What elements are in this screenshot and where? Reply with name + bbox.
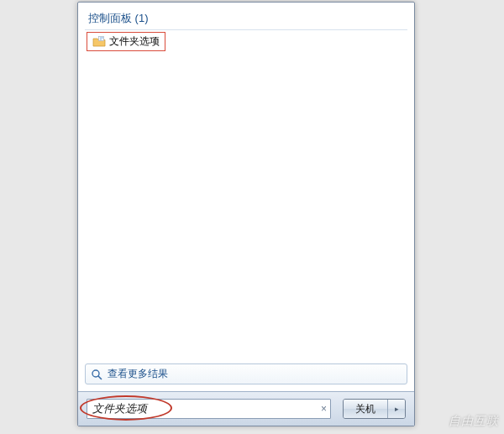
- folder-options-icon: [92, 35, 106, 49]
- shutdown-menu-arrow-icon[interactable]: ▸: [388, 400, 405, 418]
- search-icon: [91, 369, 102, 380]
- category-header-control-panel: 控制面板 (1): [85, 9, 407, 30]
- svg-point-2: [102, 37, 102, 38]
- svg-point-1: [100, 37, 101, 38]
- svg-point-3: [100, 39, 101, 39]
- see-more-label: 查看更多结果: [108, 367, 168, 381]
- svg-line-5: [98, 376, 102, 379]
- results-area: 控制面板 (1) 文件夹选项: [78, 3, 414, 363]
- result-item-label: 文件夹选项: [109, 34, 160, 49]
- bottom-bar: × 关机 ▸: [78, 391, 414, 426]
- shutdown-button[interactable]: 关机 ▸: [343, 399, 406, 419]
- shutdown-label: 关机: [344, 400, 388, 418]
- clear-search-icon[interactable]: ×: [321, 404, 327, 414]
- result-item-folder-options[interactable]: 文件夹选项: [87, 32, 165, 51]
- watermark: 自由互联: [449, 414, 499, 429]
- start-menu-search-panel: 控制面板 (1) 文件夹选项 查看更多结果: [77, 2, 415, 426]
- search-wrap: ×: [87, 399, 331, 419]
- search-input[interactable]: [87, 399, 331, 419]
- see-more-results[interactable]: 查看更多结果: [85, 363, 407, 384]
- svg-rect-0: [99, 36, 104, 40]
